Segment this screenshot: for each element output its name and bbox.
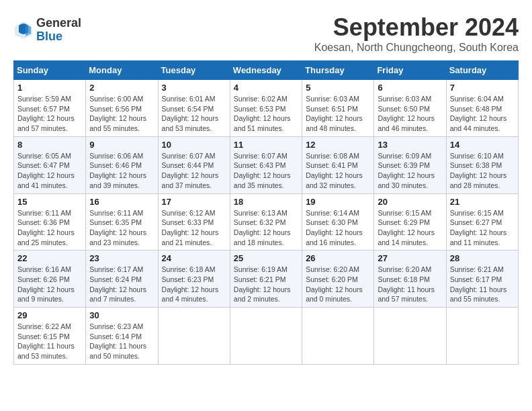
day-number: 1 xyxy=(17,83,82,93)
day-info: Sunrise: 6:02 AM Sunset: 6:53 PM Dayligh… xyxy=(234,94,298,134)
day-info: Sunrise: 5:59 AM Sunset: 6:57 PM Dayligh… xyxy=(17,94,82,134)
day-info: Sunrise: 6:16 AM Sunset: 6:26 PM Dayligh… xyxy=(17,265,82,304)
calendar-day-cell xyxy=(302,308,374,365)
day-number: 21 xyxy=(450,197,515,207)
day-number: 5 xyxy=(306,83,370,93)
logo-icon xyxy=(13,20,34,40)
day-number: 8 xyxy=(17,140,82,150)
day-number: 11 xyxy=(234,140,298,150)
day-info: Sunrise: 6:11 AM Sunset: 6:35 PM Dayligh… xyxy=(89,208,154,248)
day-number: 23 xyxy=(89,253,154,263)
day-number: 3 xyxy=(162,83,226,93)
calendar-day-cell xyxy=(446,308,518,365)
calendar-day-cell: 10Sunrise: 6:07 AM Sunset: 6:44 PM Dayli… xyxy=(158,136,230,193)
day-info: Sunrise: 6:20 AM Sunset: 6:20 PM Dayligh… xyxy=(306,265,370,304)
day-info: Sunrise: 6:00 AM Sunset: 6:56 PM Dayligh… xyxy=(89,94,154,134)
calendar-week-row: 8Sunrise: 6:05 AM Sunset: 6:47 PM Daylig… xyxy=(14,136,519,193)
day-number: 28 xyxy=(450,253,515,263)
day-number: 30 xyxy=(89,310,154,320)
location-title: Koesan, North Chungcheong, South Korea xyxy=(314,42,519,54)
calendar-day-cell: 23Sunrise: 6:17 AM Sunset: 6:24 PM Dayli… xyxy=(86,250,158,308)
calendar-day-cell: 13Sunrise: 6:09 AM Sunset: 6:39 PM Dayli… xyxy=(374,136,446,193)
calendar-day-cell: 24Sunrise: 6:18 AM Sunset: 6:23 PM Dayli… xyxy=(158,250,230,308)
day-number: 19 xyxy=(306,197,370,207)
calendar-week-row: 1Sunrise: 5:59 AM Sunset: 6:57 PM Daylig… xyxy=(14,80,519,137)
day-of-week-header: Sunday xyxy=(14,61,86,80)
calendar-day-cell: 27Sunrise: 6:20 AM Sunset: 6:18 PM Dayli… xyxy=(374,250,446,308)
day-info: Sunrise: 6:10 AM Sunset: 6:38 PM Dayligh… xyxy=(450,151,515,191)
calendar-day-cell: 26Sunrise: 6:20 AM Sunset: 6:20 PM Dayli… xyxy=(302,250,374,308)
day-number: 15 xyxy=(17,197,82,207)
day-of-week-header: Tuesday xyxy=(158,61,230,80)
day-info: Sunrise: 6:19 AM Sunset: 6:21 PM Dayligh… xyxy=(234,265,298,304)
day-of-week-header: Saturday xyxy=(446,61,518,80)
day-number: 6 xyxy=(378,83,442,93)
day-info: Sunrise: 6:07 AM Sunset: 6:44 PM Dayligh… xyxy=(162,151,226,191)
title-area: September 2024 Koesan, North Chungcheong… xyxy=(314,13,519,54)
calendar-day-cell: 11Sunrise: 6:07 AM Sunset: 6:43 PM Dayli… xyxy=(230,136,302,193)
day-info: Sunrise: 6:13 AM Sunset: 6:32 PM Dayligh… xyxy=(234,208,298,248)
day-info: Sunrise: 6:08 AM Sunset: 6:41 PM Dayligh… xyxy=(306,151,370,191)
calendar-day-cell xyxy=(374,308,446,365)
day-number: 22 xyxy=(17,253,82,263)
calendar-day-cell: 15Sunrise: 6:11 AM Sunset: 6:36 PM Dayli… xyxy=(14,193,86,250)
calendar-week-row: 22Sunrise: 6:16 AM Sunset: 6:26 PM Dayli… xyxy=(14,250,519,308)
day-info: Sunrise: 6:01 AM Sunset: 6:54 PM Dayligh… xyxy=(162,94,226,134)
day-number: 29 xyxy=(17,310,82,320)
day-info: Sunrise: 6:14 AM Sunset: 6:30 PM Dayligh… xyxy=(306,208,370,248)
calendar-day-cell: 20Sunrise: 6:15 AM Sunset: 6:29 PM Dayli… xyxy=(374,193,446,250)
calendar-day-cell xyxy=(230,308,302,365)
day-info: Sunrise: 6:21 AM Sunset: 6:17 PM Dayligh… xyxy=(450,265,515,304)
calendar-day-cell: 3Sunrise: 6:01 AM Sunset: 6:54 PM Daylig… xyxy=(158,80,230,137)
day-number: 26 xyxy=(306,253,370,263)
day-number: 14 xyxy=(450,140,515,150)
calendar-day-cell: 2Sunrise: 6:00 AM Sunset: 6:56 PM Daylig… xyxy=(86,80,158,137)
calendar-day-cell: 1Sunrise: 5:59 AM Sunset: 6:57 PM Daylig… xyxy=(14,80,86,137)
day-info: Sunrise: 6:05 AM Sunset: 6:47 PM Dayligh… xyxy=(17,151,82,191)
day-of-week-header: Thursday xyxy=(302,61,374,80)
day-number: 10 xyxy=(162,140,226,150)
calendar-day-cell: 19Sunrise: 6:14 AM Sunset: 6:30 PM Dayli… xyxy=(302,193,374,250)
day-number: 18 xyxy=(234,197,298,207)
day-info: Sunrise: 6:06 AM Sunset: 6:46 PM Dayligh… xyxy=(89,151,154,191)
calendar-day-cell: 4Sunrise: 6:02 AM Sunset: 6:53 PM Daylig… xyxy=(230,80,302,137)
calendar-day-cell: 12Sunrise: 6:08 AM Sunset: 6:41 PM Dayli… xyxy=(302,136,374,193)
calendar-day-cell: 16Sunrise: 6:11 AM Sunset: 6:35 PM Dayli… xyxy=(86,193,158,250)
calendar-day-cell: 30Sunrise: 6:23 AM Sunset: 6:14 PM Dayli… xyxy=(86,308,158,365)
day-number: 20 xyxy=(378,197,442,207)
calendar-table: SundayMondayTuesdayWednesdayThursdayFrid… xyxy=(13,60,519,365)
logo-blue: Blue xyxy=(36,30,81,44)
calendar-day-cell: 7Sunrise: 6:04 AM Sunset: 6:48 PM Daylig… xyxy=(446,80,518,137)
day-number: 4 xyxy=(234,83,298,93)
day-info: Sunrise: 6:03 AM Sunset: 6:50 PM Dayligh… xyxy=(378,94,442,134)
calendar-day-cell: 25Sunrise: 6:19 AM Sunset: 6:21 PM Dayli… xyxy=(230,250,302,308)
calendar-day-cell: 28Sunrise: 6:21 AM Sunset: 6:17 PM Dayli… xyxy=(446,250,518,308)
day-number: 27 xyxy=(378,253,442,263)
calendar-day-cell: 5Sunrise: 6:03 AM Sunset: 6:51 PM Daylig… xyxy=(302,80,374,137)
day-info: Sunrise: 6:12 AM Sunset: 6:33 PM Dayligh… xyxy=(162,208,226,248)
calendar-day-cell: 6Sunrise: 6:03 AM Sunset: 6:50 PM Daylig… xyxy=(374,80,446,137)
calendar-day-cell: 21Sunrise: 6:15 AM Sunset: 6:27 PM Dayli… xyxy=(446,193,518,250)
day-number: 24 xyxy=(162,253,226,263)
day-number: 16 xyxy=(89,197,154,207)
day-info: Sunrise: 6:17 AM Sunset: 6:24 PM Dayligh… xyxy=(89,265,154,304)
logo-general: General xyxy=(36,17,81,30)
day-info: Sunrise: 6:11 AM Sunset: 6:36 PM Dayligh… xyxy=(17,208,82,248)
logo: General Blue xyxy=(13,17,81,44)
day-info: Sunrise: 6:20 AM Sunset: 6:18 PM Dayligh… xyxy=(378,265,442,304)
header: General Blue September 2024 Koesan, Nort… xyxy=(13,13,519,54)
day-info: Sunrise: 6:03 AM Sunset: 6:51 PM Dayligh… xyxy=(306,94,370,134)
calendar-day-cell: 9Sunrise: 6:06 AM Sunset: 6:46 PM Daylig… xyxy=(86,136,158,193)
day-info: Sunrise: 6:09 AM Sunset: 6:39 PM Dayligh… xyxy=(378,151,442,191)
calendar-header-row: SundayMondayTuesdayWednesdayThursdayFrid… xyxy=(14,61,519,80)
day-number: 9 xyxy=(89,140,154,150)
calendar-day-cell: 29Sunrise: 6:22 AM Sunset: 6:15 PM Dayli… xyxy=(14,308,86,365)
day-number: 7 xyxy=(450,83,515,93)
day-info: Sunrise: 6:04 AM Sunset: 6:48 PM Dayligh… xyxy=(450,94,515,134)
day-info: Sunrise: 6:15 AM Sunset: 6:29 PM Dayligh… xyxy=(378,208,442,248)
day-info: Sunrise: 6:18 AM Sunset: 6:23 PM Dayligh… xyxy=(162,265,226,304)
calendar-day-cell: 8Sunrise: 6:05 AM Sunset: 6:47 PM Daylig… xyxy=(14,136,86,193)
day-of-week-header: Monday xyxy=(86,61,158,80)
calendar-day-cell xyxy=(158,308,230,365)
calendar-day-cell: 17Sunrise: 6:12 AM Sunset: 6:33 PM Dayli… xyxy=(158,193,230,250)
